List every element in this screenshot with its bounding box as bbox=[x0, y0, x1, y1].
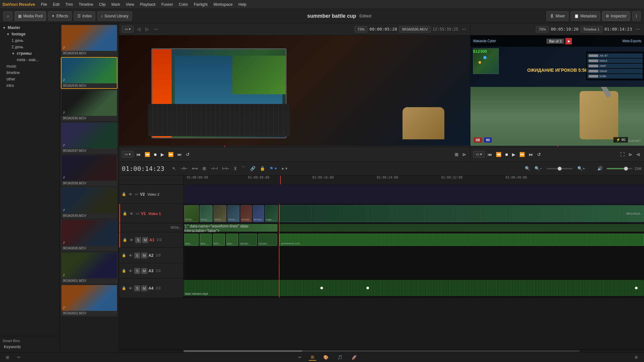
s-a1-btn[interactable]: S bbox=[135, 237, 141, 243]
warp-btn[interactable]: ⊻ bbox=[232, 165, 239, 172]
track-v1-wave-content[interactable]: ');" data-name="waveform-lines" data-int… bbox=[184, 223, 644, 232]
timeline-scrollbar[interactable] bbox=[119, 349, 644, 352]
jump-start-btn-right[interactable]: ⊲ bbox=[635, 151, 641, 158]
status-media-btn[interactable]: ⊞ bbox=[4, 354, 11, 360]
media-pool-button[interactable]: ▦ Media Pool bbox=[14, 11, 46, 21]
next-frame-right[interactable]: ⏩ bbox=[518, 151, 526, 158]
rect-v1-btn[interactable]: ▭ bbox=[135, 211, 140, 216]
a1-clip-3[interactable]: 9R3... bbox=[213, 234, 225, 246]
s-a2-btn[interactable]: S bbox=[134, 253, 140, 258]
eye-a2-btn[interactable]: 👁 bbox=[128, 253, 133, 258]
track-a2-content[interactable] bbox=[184, 248, 644, 263]
preview-scrubbar-left[interactable] bbox=[119, 146, 470, 147]
prev-frame-left[interactable]: ⏪ bbox=[143, 151, 151, 158]
v1-clip-4[interactable]: 9R3A... bbox=[227, 205, 240, 222]
prev-clip-btn-right[interactable]: ⏮ bbox=[486, 151, 493, 158]
scrollbar-thumb[interactable] bbox=[184, 350, 302, 352]
menu-mark[interactable]: Mark bbox=[111, 2, 120, 7]
crop-btn-left[interactable]: ⊞ bbox=[453, 151, 460, 158]
m-a1-btn[interactable]: M bbox=[142, 237, 148, 243]
track-v1-content[interactable]: 9R3A... 9R3A... 9R3A... 9R3A... 9R3A0... bbox=[184, 204, 644, 223]
stop-btn-left[interactable]: ■ bbox=[153, 151, 158, 158]
timeline-name-display[interactable]: Timeline 1 bbox=[581, 26, 602, 32]
sound-library-button[interactable]: ♪ Sound Library bbox=[97, 11, 132, 21]
metadata-button[interactable]: 📋 Metadata bbox=[571, 11, 600, 21]
page-cut[interactable]: ✂ bbox=[296, 354, 304, 361]
settings-btn[interactable]: ⚙ bbox=[632, 354, 640, 360]
sidebar-item-timeline[interactable]: timeline bbox=[0, 70, 59, 76]
menu-edit[interactable]: Edit bbox=[53, 2, 60, 7]
clip-9596[interactable]: ♪ 9R3A0596.MOV bbox=[61, 89, 118, 121]
s-a4-btn[interactable]: S bbox=[134, 285, 140, 291]
clip-9594[interactable]: ♪ 9R3A0594.MOV bbox=[61, 24, 118, 56]
page-edit[interactable]: ⊞ bbox=[309, 354, 316, 361]
prev-clip-btn-left[interactable]: ⏮ bbox=[135, 151, 142, 158]
trim-edit-btn[interactable]: ⊣⊢ bbox=[179, 165, 189, 172]
eye-v2-btn[interactable]: 👁 bbox=[128, 192, 133, 197]
menu-fusion[interactable]: Fusion bbox=[161, 2, 173, 7]
v1-clip-1[interactable]: 9R3A... bbox=[184, 205, 199, 222]
lock-v1-btn[interactable]: 🔒 bbox=[122, 211, 128, 216]
eye-a3-btn[interactable]: 👁 bbox=[128, 268, 133, 274]
menu-color[interactable]: Color bbox=[179, 2, 188, 7]
lock-btn[interactable]: 🔒 bbox=[258, 165, 267, 172]
v1-clip-2[interactable]: 9R3A... bbox=[200, 205, 213, 222]
page-deliver[interactable]: 🚀 bbox=[350, 354, 359, 361]
link-btn[interactable]: 🔗 bbox=[249, 165, 257, 172]
track-v2-content[interactable] bbox=[184, 185, 644, 204]
play-btn-right[interactable]: ▶ bbox=[511, 151, 517, 158]
timeline-ruler[interactable]: 01:00:00:00 01:00:08:00 01:00:16:00 01:0… bbox=[119, 176, 644, 185]
a1-long-clip[interactable]: (разминка).mp4 bbox=[279, 234, 644, 246]
filename-display[interactable]: 9R3A0595.MOV bbox=[399, 26, 431, 32]
menu-clip[interactable]: Clip bbox=[99, 2, 106, 7]
clip-9601[interactable]: ♪ 9R3A0601.MOV bbox=[61, 252, 118, 284]
v1-clip-3[interactable]: 9R3A... bbox=[213, 205, 226, 222]
clip-9597[interactable]: ♪ 9R3A0597.MOV bbox=[61, 122, 118, 154]
menu-workspace[interactable]: Workspace bbox=[213, 2, 233, 7]
home-button[interactable]: ⌂ bbox=[3, 11, 13, 21]
track-a4-content[interactable]: Main Version.mp3 bbox=[184, 279, 644, 298]
v1-clip-7[interactable]: стри... bbox=[265, 205, 278, 222]
zoom-slider[interactable] bbox=[547, 168, 573, 169]
marker-prev-btn[interactable]: ⋯ bbox=[152, 26, 160, 32]
m-a3-btn[interactable]: M bbox=[141, 268, 147, 274]
expand-button[interactable]: ⟩ bbox=[632, 11, 641, 21]
lock-v2-btn[interactable]: 🔒 bbox=[121, 191, 127, 197]
zoom-left-display[interactable]: 73% bbox=[355, 26, 367, 32]
preview-scrubbar-right[interactable] bbox=[470, 146, 644, 147]
view-mode-btn-right[interactable]: ▭ ▾ bbox=[473, 151, 485, 158]
eye-v1-btn[interactable]: 👁 bbox=[129, 211, 134, 216]
slide-btn[interactable]: ⊢⊢ bbox=[221, 165, 231, 172]
blade-btn[interactable]: ⊞ bbox=[201, 165, 208, 172]
rect-v2-btn[interactable]: ▭ bbox=[134, 191, 139, 197]
lock-a2-btn[interactable]: 🔒 bbox=[121, 253, 127, 258]
a4-main-clip[interactable]: Main Version.mp3 bbox=[184, 280, 644, 296]
menu-view[interactable]: View bbox=[126, 2, 134, 7]
dynamic-trim-btn[interactable]: ⟺ bbox=[190, 165, 200, 172]
curve-btn[interactable]: ⌒ bbox=[240, 165, 247, 172]
zoom-right-display[interactable]: 73% bbox=[536, 26, 549, 32]
stop-btn-right[interactable]: ■ bbox=[504, 151, 509, 158]
preview-left-view-btn[interactable]: ▭ ▾ bbox=[122, 26, 134, 32]
menu-timeline[interactable]: Timeline bbox=[79, 2, 93, 7]
next-frame-btn[interactable]: ▷ bbox=[144, 26, 150, 32]
zoom-slider-thumb[interactable] bbox=[558, 167, 562, 171]
index-button[interactable]: ☰ Index bbox=[74, 11, 95, 21]
menu-fairlight[interactable]: Fairlight bbox=[194, 2, 208, 7]
a1-clip-1[interactable]: 9R3... bbox=[184, 234, 199, 246]
status-cut-btn[interactable]: ✂ bbox=[15, 354, 23, 360]
right-panel-more[interactable]: ⋯ bbox=[634, 26, 641, 32]
fullscreen-btn-right[interactable]: ⛶ bbox=[619, 151, 626, 158]
v1-clip-6[interactable]: 9R3A0... bbox=[253, 205, 264, 222]
play-btn-left[interactable]: ▶ bbox=[159, 151, 166, 158]
lock-a1-btn[interactable]: 🔒 bbox=[122, 237, 128, 243]
zoom-in-btn[interactable]: 🔍+ bbox=[576, 165, 587, 172]
v1-clip-stream[interactable]: 9R3A0618... bbox=[279, 205, 644, 222]
menu-trim[interactable]: Trim bbox=[65, 2, 73, 7]
loop-btn-left[interactable]: ↺ bbox=[185, 151, 191, 158]
sidebar-item-intro[interactable]: intro bbox=[0, 82, 59, 89]
lock-a3-btn[interactable]: 🔒 bbox=[121, 268, 127, 274]
page-color[interactable]: 🎨 bbox=[321, 354, 330, 361]
sidebar-item-strimy[interactable]: ▼ стримы bbox=[0, 50, 59, 57]
menu-help[interactable]: Help bbox=[238, 2, 246, 7]
